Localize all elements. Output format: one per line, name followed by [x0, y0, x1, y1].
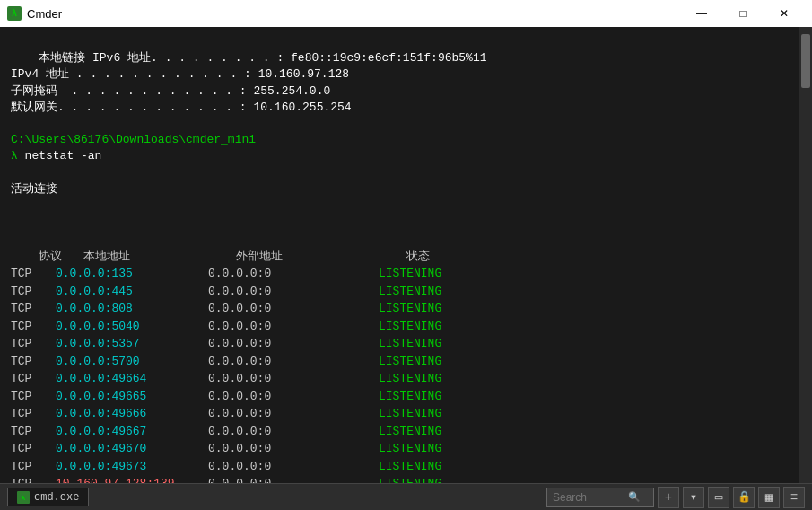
window-controls: — □ ✕ — [681, 0, 805, 27]
prompt-lambda: λ — [11, 149, 25, 163]
search-box[interactable]: 🔍 — [546, 488, 654, 507]
menu-button[interactable]: ≡ — [783, 487, 805, 508]
add-tab-button[interactable]: + — [658, 487, 679, 508]
search-icon[interactable]: 🔍 — [628, 491, 641, 503]
prompt-command: netstat -an — [25, 149, 102, 163]
close-button[interactable]: ✕ — [764, 0, 805, 27]
status-bar-right: 🔍 + ▾ ▭ 🔒 ▦ ≡ — [546, 487, 805, 508]
window-icon: ▭ — [715, 489, 722, 505]
gateway-line: 默认网关. . . . . . . . . . . . . : 10.160.2… — [11, 101, 352, 114]
active-connections-label: 活动连接 — [11, 182, 57, 196]
lock-button[interactable]: 🔒 — [733, 487, 755, 508]
netstat-table: 协议本地地址外部地址状态 TCP0.0.0.0:1350.0.0.0:0LIST… — [11, 230, 801, 483]
minimize-button[interactable]: — — [681, 0, 722, 27]
ipv6-line: 本地链接 IPv6 地址. . . . . . . . . : fe80::19… — [39, 51, 486, 65]
grid-icon: ▦ — [765, 489, 773, 505]
tab-label: cmd.exe — [34, 491, 79, 504]
lock-icon: 🔒 — [738, 490, 751, 504]
window-title: Cmder — [27, 7, 681, 21]
app-icon: λ — [7, 6, 22, 21]
terminal-area: 本地链接 IPv6 地址. . . . . . . . . : fe80::19… — [0, 27, 812, 483]
scrollbar[interactable] — [799, 27, 812, 483]
dropdown-button[interactable]: ▾ — [683, 487, 704, 508]
tab-icon: λ — [17, 491, 30, 504]
status-bar: λ cmd.exe 🔍 + ▾ ▭ 🔒 ▦ ≡ — [0, 483, 812, 510]
prompt-path: C:\Users\86176\Downloads\cmder_mini — [11, 133, 256, 146]
subnet-line: 子网掩码 . . . . . . . . . . . . : 255.254.0… — [11, 84, 330, 98]
scroll-thumb[interactable] — [801, 34, 810, 88]
ipv4-line: IPv4 地址 . . . . . . . . . . . . : 10.160… — [11, 67, 349, 81]
terminal-output: 本地链接 IPv6 地址. . . . . . . . . : fe80::19… — [11, 34, 801, 230]
search-input[interactable] — [553, 491, 624, 504]
status-tab[interactable]: λ cmd.exe — [7, 488, 89, 506]
window-button[interactable]: ▭ — [708, 487, 729, 508]
maximize-button[interactable]: □ — [722, 0, 764, 27]
grid-button[interactable]: ▦ — [758, 487, 780, 508]
title-bar: λ Cmder — □ ✕ — [0, 0, 812, 27]
